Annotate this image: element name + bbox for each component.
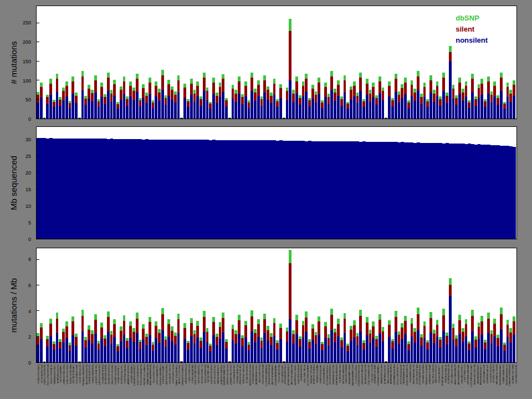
bar-segment-nonsilent bbox=[165, 105, 167, 119]
bar-segment-dbSNP bbox=[480, 316, 483, 321]
bar-segment-silent bbox=[509, 332, 512, 342]
sample-bar bbox=[404, 6, 407, 119]
sample-bar bbox=[270, 248, 273, 362]
bar-segment-nonsilent bbox=[180, 362, 183, 362]
bar-segment-dbSNP bbox=[458, 315, 461, 320]
y-tick-label: 50 bbox=[25, 97, 31, 103]
bar-segment-nonsilent bbox=[40, 98, 43, 119]
bar-segment-nonsilent bbox=[283, 362, 285, 362]
sample-bar bbox=[142, 248, 145, 362]
bar-segment-dbSNP bbox=[493, 319, 496, 324]
bar-segment-nonsilent bbox=[200, 348, 202, 362]
panel-mutations-per-mb: mutations / Mb 02468 bbox=[0, 248, 532, 363]
bar-segment-nonsilent bbox=[350, 100, 352, 119]
bar-segment-dbSNP bbox=[206, 328, 209, 332]
bar-segment-silent bbox=[174, 336, 177, 345]
bar-segment-nonsilent bbox=[75, 103, 78, 119]
bar-segment-silent bbox=[212, 83, 215, 94]
bar-segment-silent bbox=[378, 320, 381, 334]
bar-segment-silent bbox=[126, 99, 129, 106]
bar-segment-dbSNP bbox=[49, 319, 52, 324]
bar-segment-silent bbox=[318, 83, 320, 94]
bar-segment-silent bbox=[401, 88, 403, 98]
y-tick-mark bbox=[37, 259, 39, 260]
sample-bar bbox=[88, 6, 90, 119]
bar-segment-dbSNP bbox=[324, 322, 327, 327]
sample-bar bbox=[53, 6, 55, 119]
bar-segment-silent bbox=[219, 327, 222, 339]
sample-bar bbox=[171, 248, 173, 362]
bar-segment-nonsilent bbox=[145, 345, 148, 362]
bar-segment-nonsilent bbox=[110, 102, 113, 119]
bar-segment-dbSNP bbox=[295, 76, 298, 81]
bar-segment-dbSNP bbox=[132, 328, 135, 332]
bar-segment-silent bbox=[69, 103, 71, 108]
bar-segment-nonsilent bbox=[411, 336, 413, 362]
bar-segment-dbSNP bbox=[56, 74, 59, 79]
sample-bar bbox=[123, 248, 126, 362]
bar-segment-nonsilent bbox=[196, 96, 199, 119]
legend-item-silent: silent bbox=[456, 24, 488, 35]
bar-segment-dbSNP bbox=[107, 73, 110, 78]
bar-segment-dbSNP bbox=[423, 321, 426, 326]
bar-segment-nonsilent bbox=[84, 347, 87, 362]
bar-segment-dbSNP bbox=[337, 80, 340, 85]
bar-segment-nonsilent bbox=[49, 336, 52, 362]
bar-segment-silent bbox=[132, 332, 135, 342]
bar-segment-dbSNP bbox=[120, 326, 122, 331]
sample-bar bbox=[216, 248, 218, 362]
sample-bar bbox=[471, 248, 474, 362]
bar-segment-nonsilent bbox=[295, 334, 298, 362]
sample-bar bbox=[248, 248, 250, 362]
bar-segment-dbSNP bbox=[330, 71, 333, 76]
sample-bar bbox=[346, 248, 349, 362]
bar-segment-silent bbox=[411, 324, 413, 336]
sample-bar bbox=[305, 248, 308, 362]
sample-bar bbox=[113, 6, 116, 119]
bar-segment-dbSNP bbox=[449, 278, 452, 285]
bar-segment-dbSNP bbox=[142, 84, 145, 88]
bar-segment-silent bbox=[107, 317, 110, 332]
bar-segment-silent bbox=[442, 315, 445, 331]
bar-segment-nonsilent bbox=[359, 331, 362, 362]
bar-segment-nonsilent bbox=[228, 118, 231, 119]
sample-bar bbox=[94, 248, 97, 362]
bar-segment-silent bbox=[75, 337, 78, 345]
sample-bar bbox=[398, 248, 401, 362]
bar-segment-silent bbox=[212, 322, 215, 335]
bar-segment-silent bbox=[465, 324, 468, 337]
bar-segment-silent bbox=[493, 86, 496, 96]
sample-bar bbox=[315, 248, 318, 362]
bar-segment-nonsilent bbox=[372, 338, 375, 362]
bar-segment-silent bbox=[113, 324, 116, 337]
bar-segment-nonsilent bbox=[328, 104, 330, 119]
sample-bar bbox=[270, 6, 273, 119]
bar-segment-nonsilent bbox=[53, 350, 55, 362]
sample-bar bbox=[378, 6, 381, 119]
sample-bar bbox=[244, 6, 247, 119]
bar-segment-silent bbox=[321, 103, 324, 108]
bar-segment-silent bbox=[420, 97, 423, 104]
bar-segment-dbSNP bbox=[449, 46, 452, 52]
bar-segment-silent bbox=[190, 84, 193, 95]
sample-bar bbox=[369, 6, 372, 119]
sample-bar bbox=[337, 6, 340, 119]
bar-segment-nonsilent bbox=[311, 99, 314, 119]
bar-segment-silent bbox=[375, 339, 378, 347]
bar-segment-silent bbox=[65, 86, 68, 96]
sample-bar bbox=[206, 248, 209, 362]
bar-segment-nonsilent bbox=[260, 348, 263, 362]
bar-segment-nonsilent bbox=[132, 342, 135, 362]
bar-segment-dbSNP bbox=[136, 74, 139, 79]
sample-bar bbox=[413, 6, 416, 119]
sample-bar bbox=[81, 248, 84, 362]
sample-bar bbox=[244, 248, 247, 362]
sample-bar bbox=[260, 6, 263, 119]
bar-segment-silent bbox=[468, 344, 470, 350]
bar-segment-silent bbox=[366, 323, 369, 336]
bar-segment-nonsilent bbox=[283, 118, 285, 119]
bar-segment-dbSNP bbox=[244, 81, 247, 86]
bar-segment-nonsilent bbox=[439, 106, 442, 119]
sample-bar bbox=[59, 248, 62, 362]
bar-segment-nonsilent bbox=[232, 340, 234, 362]
